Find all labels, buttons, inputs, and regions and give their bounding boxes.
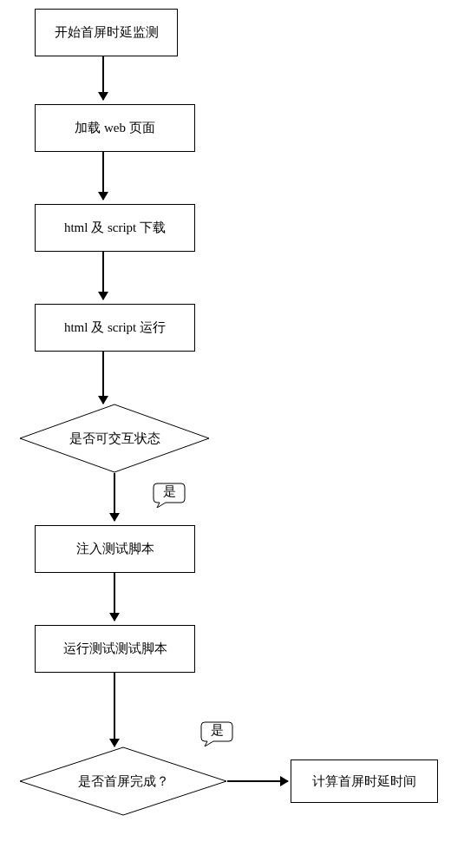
decision-interactive: 是否可交互状态 xyxy=(19,404,210,473)
callout-yes-2: 是 xyxy=(199,720,234,746)
edge xyxy=(114,473,115,521)
edge xyxy=(102,352,104,404)
edge xyxy=(227,780,288,782)
edge xyxy=(114,573,115,621)
step-load: 加载 web 页面 xyxy=(35,104,195,152)
step-label: 注入测试脚本 xyxy=(76,541,154,557)
step-calc: 计算首屏时延时间 xyxy=(291,760,438,803)
decision-label: 是否首屏完成？ xyxy=(78,773,169,790)
callout-label: 是 xyxy=(211,723,224,737)
callout-yes-1: 是 xyxy=(152,482,186,508)
step-run: html 及 script 运行 xyxy=(35,304,195,352)
step-label: html 及 script 运行 xyxy=(64,319,166,336)
step-download: html 及 script 下载 xyxy=(35,204,195,252)
edge xyxy=(114,673,115,746)
edge xyxy=(102,152,104,200)
step-start: 开始首屏时延监测 xyxy=(35,9,178,56)
edge xyxy=(102,56,104,100)
callout-label: 是 xyxy=(163,484,176,498)
step-label: 运行测试测试脚本 xyxy=(63,641,167,657)
edge xyxy=(102,252,104,299)
step-label: 计算首屏时延时间 xyxy=(312,773,416,790)
step-label: 开始首屏时延监测 xyxy=(55,24,159,41)
step-runtest: 运行测试测试脚本 xyxy=(35,625,195,673)
step-inject: 注入测试脚本 xyxy=(35,525,195,573)
decision-label: 是否可交互状态 xyxy=(69,431,160,447)
step-label: 加载 web 页面 xyxy=(75,120,155,136)
decision-done: 是否首屏完成？ xyxy=(19,746,227,816)
step-label: html 及 script 下载 xyxy=(64,220,166,236)
